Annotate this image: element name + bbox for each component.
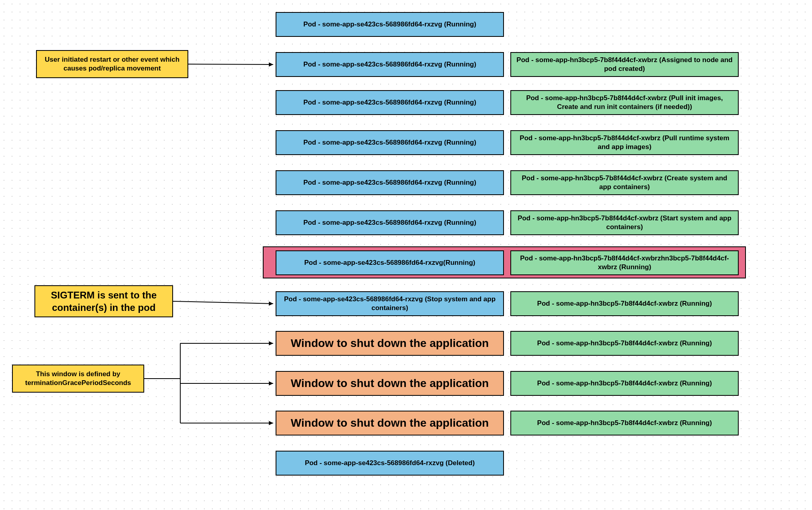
left-pod-stop: Pod - some-app-se423cs-568986fd64-rxzvg … (276, 291, 504, 316)
right-pod-running-3: Pod - some-app-hn3bcp5-7b8f44d4cf-xwbrz … (510, 371, 739, 396)
annotation-sigterm: SIGTERM is sent to the container(s) in t… (34, 285, 173, 317)
right-pod-pull-init: Pod - some-app-hn3bcp5-7b8f44d4cf-xwbrz … (510, 90, 739, 115)
left-pod-running-highlight: Pod - some-app-se423cs-568986fd64-rxzvg(… (276, 250, 504, 275)
shutdown-window-2: Window to shut down the application (276, 371, 504, 396)
annotation-user-event: User initiated restart or other event wh… (36, 50, 188, 78)
right-pod-assigned: Pod - some-app-hn3bcp5-7b8f44d4cf-xwbrz … (510, 52, 739, 77)
svg-line-0 (188, 64, 273, 65)
right-pod-running-2: Pod - some-app-hn3bcp5-7b8f44d4cf-xwbrz … (510, 331, 739, 356)
left-pod-running-5: Pod - some-app-se423cs-568986fd64-rxzvg … (276, 170, 504, 195)
arrow-user-event (183, 59, 278, 69)
right-pod-create-containers: Pod - some-app-hn3bcp5-7b8f44d4cf-xwbrz … (510, 170, 739, 195)
annotation-grace-window: This window is defined by terminationGra… (12, 365, 144, 393)
arrow-sigterm (168, 296, 278, 308)
right-pod-start-containers: Pod - some-app-hn3bcp5-7b8f44d4cf-xwbrz … (510, 210, 739, 235)
left-pod-running-2: Pod - some-app-se423cs-568986fd64-rxzvg … (276, 52, 504, 77)
right-pod-running-highlight: Pod - some-app-hn3bcp5-7b8f44d4cf-xwbrzh… (510, 250, 739, 275)
svg-marker-9 (269, 341, 273, 345)
svg-line-2 (173, 301, 273, 304)
left-pod-deleted: Pod - some-app-se423cs-568986fd64-rxzvg … (276, 451, 504, 476)
left-pod-running-1: Pod - some-app-se423cs-568986fd64-rxzvg … (276, 12, 504, 37)
svg-marker-13 (269, 421, 273, 425)
left-pod-running-6: Pod - some-app-se423cs-568986fd64-rxzvg … (276, 210, 504, 235)
svg-marker-3 (269, 302, 273, 306)
left-pod-running-4: Pod - some-app-se423cs-568986fd64-rxzvg … (276, 130, 504, 155)
arrow-grace-window-branch (139, 339, 278, 428)
right-pod-running-1: Pod - some-app-hn3bcp5-7b8f44d4cf-xwbrz … (510, 291, 739, 316)
shutdown-window-1: Window to shut down the application (276, 331, 504, 356)
svg-marker-1 (269, 62, 273, 67)
left-pod-running-3: Pod - some-app-se423cs-568986fd64-rxzvg … (276, 90, 504, 115)
right-pod-running-4: Pod - some-app-hn3bcp5-7b8f44d4cf-xwbrz … (510, 411, 739, 435)
right-pod-pull-runtime: Pod - some-app-hn3bcp5-7b8f44d4cf-xwbrz … (510, 130, 739, 155)
shutdown-window-3: Window to shut down the application (276, 411, 504, 435)
svg-marker-11 (269, 381, 273, 385)
